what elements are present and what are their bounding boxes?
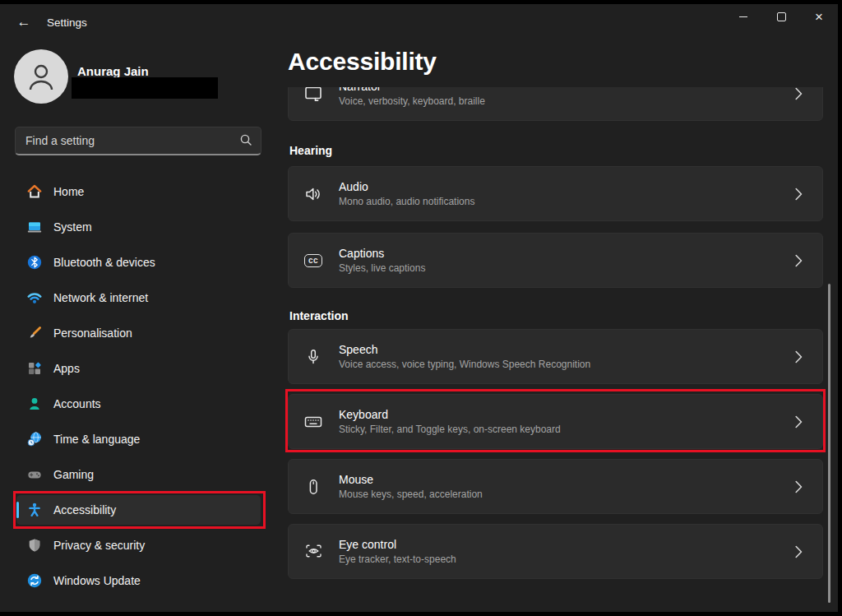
chevron-right-icon [795,350,803,364]
screen-edge-right [838,0,842,616]
keyboard-icon [303,411,324,433]
close-icon: × [815,10,823,24]
sidebar-item-time-language[interactable]: Time & language [16,424,261,454]
card-subtitle: Voice access, voice typing, Windows Spee… [339,359,590,371]
screen-edge-bottom [0,612,842,616]
mouse-icon [303,476,324,498]
sidebar-item-label: Bluetooth & devices [53,256,155,269]
section-header-hearing: Hearing [289,144,332,157]
shield-icon [27,538,42,553]
sidebar-item-label: Privacy & security [53,539,145,552]
search-input[interactable] [15,127,261,155]
card-eye-control[interactable]: Eye control Eye tracker, text-to-speech [288,524,823,579]
card-subtitle: Styles, live captions [339,262,425,275]
sidebar-item-personalisation[interactable]: Personalisation [16,318,261,348]
maximize-icon [777,12,786,21]
settings-scroll-area: Narrator Voice, verbosity, keyboard, bra… [288,87,826,616]
card-subtitle: Mono audio, audio notifications [339,196,474,208]
home-icon [27,184,42,199]
sidebar-item-system[interactable]: System [16,212,261,242]
system-icon [27,220,42,234]
sidebar-item-label: Apps [53,362,80,375]
redacted-email [72,77,218,99]
card-keyboard[interactable]: Keyboard Sticky, Filter, and Toggle keys… [288,394,823,449]
apps-icon [27,361,42,376]
window-title: Settings [47,16,87,29]
card-title: Audio [339,179,474,194]
sidebar-item-label: Home [53,185,84,198]
sidebar-item-label: Time & language [53,433,140,446]
back-arrow-icon: ← [17,14,31,30]
sidebar-item-label: Accounts [53,397,101,410]
card-subtitle: Sticky, Filter, and Toggle keys, on-scre… [339,424,561,436]
windows-update-icon [27,573,42,588]
sidebar-item-windows-update[interactable]: Windows Update [16,566,261,595]
sidebar-item-label: System [53,220,92,234]
person-icon [25,60,58,93]
card-audio[interactable]: Audio Mono audio, audio notifications [288,166,823,221]
sidebar-item-accessibility[interactable]: Accessibility [16,495,261,525]
close-button[interactable]: × [800,4,838,30]
search-box [15,127,261,155]
chevron-right-icon [795,188,803,201]
maximize-button[interactable] [762,4,800,30]
microphone-icon [303,346,324,368]
card-title: Keyboard [339,407,561,422]
eye-control-icon [303,541,324,563]
card-narrator[interactable]: Narrator Voice, verbosity, keyboard, bra… [288,87,823,121]
window-controls: × [724,4,838,30]
narrator-icon [303,87,324,104]
page-title: Accessibility [288,48,437,76]
card-title: Speech [339,342,590,357]
personalisation-icon [27,326,42,340]
chevron-right-icon [795,254,803,267]
sidebar-item-accounts[interactable]: Accounts [16,389,261,419]
scrollbar[interactable] [828,284,830,603]
avatar [14,49,68,104]
card-title: Captions [339,246,425,261]
gaming-icon [27,467,42,482]
chevron-right-icon [795,415,803,428]
card-title: Mouse [339,472,483,487]
account-name: Anurag Jain [77,64,149,78]
sidebar-item-privacy-security[interactable]: Privacy & security [16,530,261,560]
card-speech[interactable]: Speech Voice access, voice typing, Windo… [288,329,823,384]
minimize-icon [739,16,747,17]
sidebar-item-home[interactable]: Home [16,177,261,206]
sidebar-item-network[interactable]: Network & internet [16,283,261,313]
network-icon [27,290,42,305]
audio-icon [303,183,324,205]
card-subtitle: Voice, verbosity, keyboard, braille [339,95,485,108]
captions-icon: cc [303,250,324,271]
sidebar-item-label: Personalisation [53,327,132,340]
search-icon [239,133,252,146]
screen-edge-top [0,0,842,4]
card-title: Narrator [339,87,485,94]
sidebar-item-label: Accessibility [53,503,116,516]
sidebar-item-gaming[interactable]: Gaming [16,460,261,489]
accessibility-icon [27,503,42,517]
bluetooth-icon [27,255,42,270]
card-mouse[interactable]: Mouse Mouse keys, speed, acceleration [288,459,823,514]
card-subtitle: Eye tracker, text-to-speech [339,553,456,566]
section-header-interaction: Interaction [289,309,349,322]
sidebar-item-bluetooth[interactable]: Bluetooth & devices [16,248,261,277]
card-captions[interactable]: cc Captions Styles, live captions [288,233,823,288]
card-title: Eye control [339,537,456,552]
chevron-right-icon [795,545,803,558]
sidebar-item-label: Network & internet [53,291,148,304]
sidebar-item-label: Windows Update [53,574,141,587]
accounts-icon [27,396,42,411]
chevron-right-icon [795,480,803,493]
time-language-icon [27,432,42,447]
sidebar-item-label: Gaming [53,468,94,481]
back-button[interactable]: ← [13,12,35,33]
sidebar-item-apps[interactable]: Apps [16,354,261,383]
card-subtitle: Mouse keys, speed, acceleration [339,489,483,501]
chevron-right-icon [795,87,803,100]
minimize-button[interactable] [724,4,762,30]
